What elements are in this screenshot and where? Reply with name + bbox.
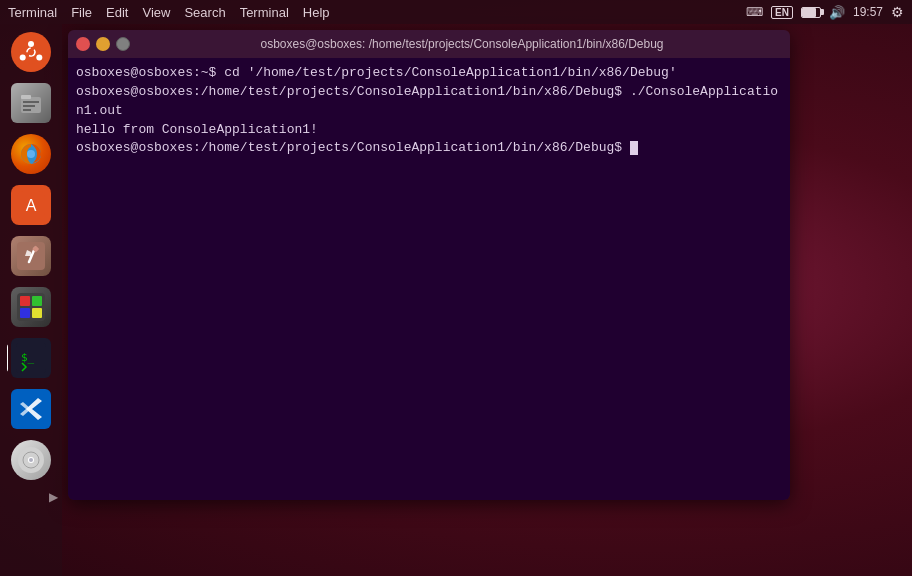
menu-terminal[interactable]: Terminal xyxy=(8,5,57,20)
dock-item-terminal[interactable]: $_ xyxy=(7,334,55,382)
maximize-button[interactable] xyxy=(116,37,130,51)
terminal-cursor xyxy=(630,141,638,155)
svg-text:$_: $_ xyxy=(21,351,35,364)
dock-item-files[interactable] xyxy=(7,79,55,127)
svg-point-2 xyxy=(20,55,26,61)
terminal-body[interactable]: osboxes@osboxes:~$ cd '/home/test/projec… xyxy=(68,58,790,500)
svg-rect-8 xyxy=(23,105,35,107)
keyboard-indicator: ⌨ xyxy=(746,5,763,19)
top-menu-bar: Terminal File Edit View Search Terminal … xyxy=(0,0,912,24)
menu-view[interactable]: View xyxy=(142,5,170,20)
cubes-icon xyxy=(11,287,51,327)
terminal-title: osboxes@osboxes: /home/test/projects/Con… xyxy=(142,37,782,51)
dock-item-vscode[interactable] xyxy=(7,385,55,433)
language-badge[interactable]: EN xyxy=(771,6,793,19)
terminal-line-3: hello from ConsoleApplication1! xyxy=(76,121,782,140)
dock-expand-arrow[interactable]: ▶ xyxy=(0,487,62,507)
dock-item-firefox[interactable] xyxy=(7,130,55,178)
terminal-line-1: osboxes@osboxes:~$ cd '/home/test/projec… xyxy=(76,64,782,83)
dock-item-cubes[interactable] xyxy=(7,283,55,331)
battery-icon xyxy=(801,7,821,18)
terminal-line-2: osboxes@osboxes:/home/test/projects/Cons… xyxy=(76,83,782,121)
terminal-window: osboxes@osboxes: /home/test/projects/Con… xyxy=(68,30,790,500)
menu-file[interactable]: File xyxy=(71,5,92,20)
time-display: 19:57 xyxy=(853,5,883,19)
svg-point-28 xyxy=(29,458,33,462)
svg-rect-6 xyxy=(21,95,31,99)
dock-item-ubuntu[interactable] xyxy=(7,28,55,76)
appstore-icon: A xyxy=(11,185,51,225)
unity-dock: A xyxy=(0,24,62,576)
dvd-icon xyxy=(11,440,51,480)
svg-rect-7 xyxy=(23,101,39,103)
svg-rect-9 xyxy=(23,109,31,111)
terminal-titlebar: osboxes@osboxes: /home/test/projects/Con… xyxy=(68,30,790,58)
terminal-line-4: osboxes@osboxes:/home/test/projects/Cons… xyxy=(76,139,782,158)
svg-text:A: A xyxy=(26,197,37,214)
menu-edit[interactable]: Edit xyxy=(106,5,128,20)
svg-rect-18 xyxy=(20,296,30,306)
terminal-dock-icon: $_ xyxy=(11,338,51,378)
svg-rect-21 xyxy=(32,308,42,318)
dock-item-settings[interactable] xyxy=(7,232,55,280)
menu-search[interactable]: Search xyxy=(184,5,225,20)
ubuntu-logo-icon xyxy=(11,32,51,72)
gear-icon[interactable]: ⚙ xyxy=(891,4,904,20)
svg-point-11 xyxy=(27,150,35,158)
menu-help[interactable]: Help xyxy=(303,5,330,20)
menu-terminal2[interactable]: Terminal xyxy=(240,5,289,20)
close-button[interactable] xyxy=(76,37,90,51)
firefox-icon xyxy=(11,134,51,174)
svg-point-1 xyxy=(28,41,34,47)
settings-icon xyxy=(11,236,51,276)
battery-fill xyxy=(802,8,816,17)
svg-rect-20 xyxy=(20,308,30,318)
svg-point-3 xyxy=(36,55,42,61)
files-icon xyxy=(11,83,51,123)
volume-icon[interactable]: 🔊 xyxy=(829,5,845,20)
vscode-icon xyxy=(11,389,51,429)
dock-item-appstore[interactable]: A xyxy=(7,181,55,229)
minimize-button[interactable] xyxy=(96,37,110,51)
menu-items: Terminal File Edit View Search Terminal … xyxy=(8,5,330,20)
svg-rect-19 xyxy=(32,296,42,306)
dock-item-dvd[interactable] xyxy=(7,436,55,484)
system-tray: ⌨ EN 🔊 19:57 ⚙ xyxy=(746,4,904,20)
